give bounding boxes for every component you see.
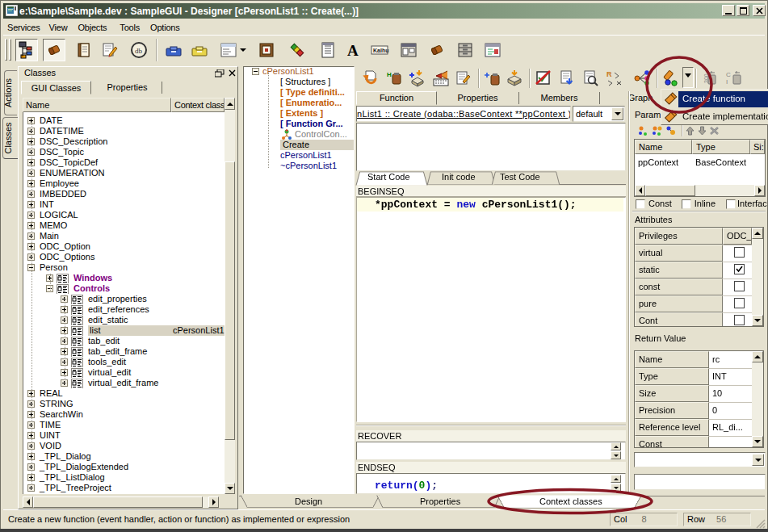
svg-text:H: H (387, 71, 392, 78)
svg-text:A: A (347, 42, 359, 59)
svg-text:I: I (726, 78, 728, 86)
svg-text:C: C (726, 71, 731, 78)
svg-text:Kalhu: Kalhu (373, 48, 388, 53)
svg-text:db: db (135, 47, 143, 55)
svg-text:R: R (606, 70, 612, 78)
